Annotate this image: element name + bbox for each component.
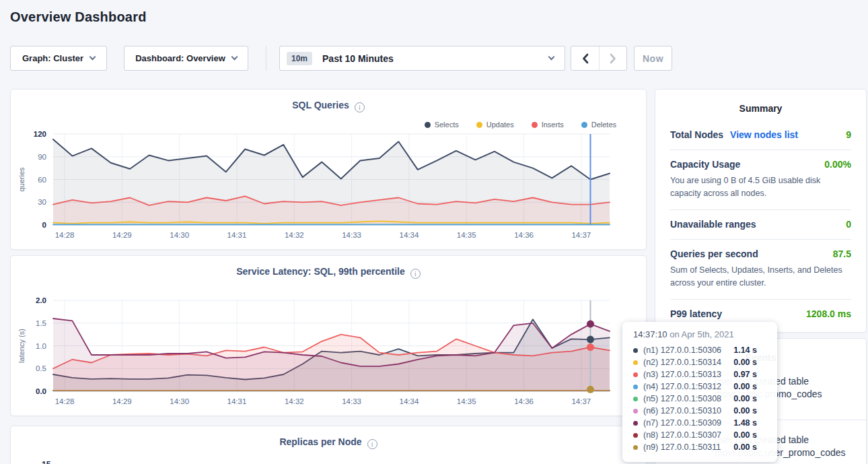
summary-row-value: 0.00% xyxy=(824,159,851,170)
x-tick-label: 14:34 xyxy=(400,397,419,405)
next-time-button[interactable] xyxy=(599,46,626,70)
node-color-dot xyxy=(633,372,638,377)
tooltip-header: 14:37:10 on Apr 5th, 2021 xyxy=(633,329,766,339)
replicas-title-row: Replicas per Nodei xyxy=(11,426,646,449)
tooltip-row: (n5) 127.0.0.1:503080.00 s xyxy=(633,393,766,405)
service-latency-title: Service Latency: SQL, 99th percentile xyxy=(236,266,405,277)
summary-row-total-nodes: Total Nodes View nodes list 9 xyxy=(670,121,851,150)
page-title: Overview Dashboard xyxy=(10,9,147,25)
graph-dropdown[interactable]: Graph: Cluster xyxy=(10,46,107,71)
node-color-dot xyxy=(633,421,638,426)
toolbar: Graph: Cluster Dashboard: Overview 10m P… xyxy=(10,46,672,71)
y-axis-label: latency (s) xyxy=(17,329,26,363)
time-range-label: Past 10 Minutes xyxy=(322,53,394,64)
now-button[interactable]: Now xyxy=(634,46,672,71)
info-icon[interactable]: i xyxy=(355,102,365,112)
tooltip-row: (n4) 127.0.0.1:503120.00 s xyxy=(633,380,766,393)
x-tick-label: 14:32 xyxy=(285,397,304,405)
service-latency-chart[interactable]: 0.00.51.01.52.014:2814:2914:3014:3114:32… xyxy=(11,294,647,411)
node-address: (n7) 127.0.0.1:50309 xyxy=(643,418,721,428)
tooltip-row: (n6) 127.0.0.1:503100.00 s xyxy=(633,405,766,417)
node-latency-value: 0.00 s xyxy=(733,406,757,416)
y-tick-label: 60 xyxy=(38,176,46,184)
crosshair-dot xyxy=(587,336,594,343)
view-nodes-list-link[interactable]: View nodes list xyxy=(730,129,798,140)
x-tick-label: 14:29 xyxy=(112,397,132,405)
x-tick-label: 14:31 xyxy=(227,231,247,239)
summary-row-value: 1208.0 ms xyxy=(806,308,851,319)
y-tick-label: 1.0 xyxy=(36,342,46,350)
summary-row-value: 0 xyxy=(846,219,851,230)
summary-row-label: Capacity Usage xyxy=(670,159,740,170)
replicas-per-node-panel: Replicas per Nodei xyxy=(10,426,647,464)
service-latency-panel: Service Latency: SQL, 99th percentilei 0… xyxy=(10,255,647,416)
graph-dropdown-label: Graph: Cluster xyxy=(22,53,83,63)
x-tick-label: 14:37 xyxy=(571,397,591,405)
time-range-dropdown[interactable]: 10m Past 10 Minutes xyxy=(279,46,565,71)
sql-queries-title: SQL Queries xyxy=(292,100,349,110)
node-address: (n8) 127.0.0.1:50307 xyxy=(643,430,721,440)
node-latency-value: 0.00 s xyxy=(733,430,757,440)
node-color-dot xyxy=(633,360,638,365)
y-tick-label: 0.5 xyxy=(36,364,46,372)
chevron-left-icon xyxy=(581,53,589,64)
summary-row-label: Total Nodes xyxy=(670,129,723,140)
tooltip-row: (n1) 127.0.0.1:503061.14 s xyxy=(633,344,766,356)
overview-dashboard-page: Overview Dashboard Graph: Cluster Dashbo… xyxy=(0,0,868,464)
crosshair-dot xyxy=(587,386,594,393)
y-tick-label: 120 xyxy=(34,130,46,138)
x-tick-label: 14:28 xyxy=(55,397,75,405)
x-tick-label: 14:35 xyxy=(457,231,476,239)
summary-row-value: 87.5 xyxy=(833,248,851,259)
node-latency-value: 1.48 s xyxy=(733,418,757,428)
crosshair-dot xyxy=(587,343,594,351)
summary-rows: Total Nodes View nodes list 9 Capacity U… xyxy=(670,121,851,329)
node-latency-value: 0.00 s xyxy=(733,442,757,452)
node-color-dot xyxy=(633,433,638,438)
node-color-dot xyxy=(633,445,638,450)
summary-title: Summary xyxy=(670,90,851,114)
summary-row-label: Queries per second xyxy=(670,248,758,259)
node-color-dot xyxy=(633,397,638,401)
summary-row-subtext: You are using 0 B of 4.5 GiB usable disk… xyxy=(670,174,851,200)
dashboard-dropdown-label: Dashboard: Overview xyxy=(135,53,225,63)
dashboard-dropdown[interactable]: Dashboard: Overview xyxy=(124,46,248,71)
sql-queries-chart[interactable]: 030609012014:2814:2914:3014:3114:3214:33… xyxy=(11,127,647,245)
tooltip-row: (n2) 127.0.0.1:503140.00 s xyxy=(633,356,766,368)
summary-row-label: P99 latency xyxy=(670,308,722,319)
replicas-ytick-preview: 15 xyxy=(42,460,50,464)
tooltip-row: (n3) 127.0.0.1:503130.97 s xyxy=(633,368,766,380)
chevron-down-icon xyxy=(231,54,238,61)
x-tick-label: 14:37 xyxy=(571,231,591,239)
x-tick-label: 14:33 xyxy=(342,231,361,239)
y-tick-label: 1.5 xyxy=(36,319,46,327)
x-tick-label: 14:33 xyxy=(342,397,361,405)
node-latency-value: 0.00 s xyxy=(733,394,757,403)
info-icon[interactable]: i xyxy=(410,269,421,279)
time-pager xyxy=(571,46,627,71)
info-icon[interactable]: i xyxy=(367,439,377,449)
y-tick-label: 2.0 xyxy=(36,296,46,304)
sql-queries-panel: SQL Queriesi SelectsUpdatesInsertsDelete… xyxy=(10,89,647,250)
y-axis-label: queries xyxy=(17,167,26,192)
node-address: (n5) 127.0.0.1:50308 xyxy=(643,394,721,403)
node-address: (n4) 127.0.0.1:50312 xyxy=(643,382,721,391)
node-latency-value: 1.14 s xyxy=(733,345,757,355)
prev-time-button[interactable] xyxy=(571,46,599,70)
summary-row-value: 9 xyxy=(846,129,851,140)
tooltip-row: (n9) 127.0.0.1:503110.00 s xyxy=(633,441,766,453)
y-tick-label: 0 xyxy=(42,221,46,229)
replicas-title: Replicas per Node xyxy=(279,436,361,447)
y-tick-label: 0.0 xyxy=(36,387,46,395)
summary-row-subtext: Sum of Selects, Updates, Inserts, and De… xyxy=(670,264,851,290)
summary-row-label: Unavailable ranges xyxy=(670,219,756,230)
tooltip-row: (n8) 127.0.0.1:503070.00 s xyxy=(633,429,766,441)
node-color-dot xyxy=(633,409,638,413)
node-address: (n2) 127.0.0.1:50314 xyxy=(643,358,721,367)
x-tick-label: 14:31 xyxy=(227,397,247,405)
x-tick-label: 14:30 xyxy=(170,231,189,239)
tooltip-rows: (n1) 127.0.0.1:503061.14 s(n2) 127.0.0.1… xyxy=(633,344,766,453)
y-tick-label: 30 xyxy=(38,198,46,206)
node-color-dot xyxy=(633,348,638,353)
y-tick-label: 90 xyxy=(38,153,46,161)
